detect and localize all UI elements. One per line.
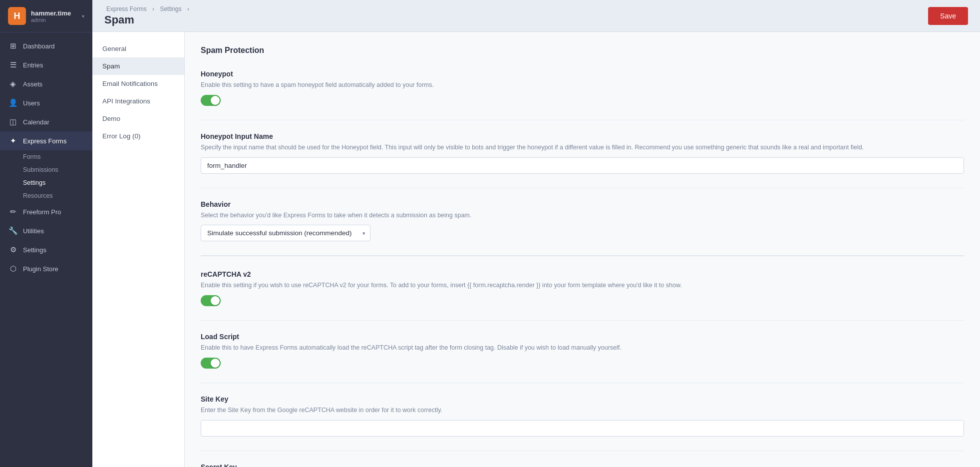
site-key-field[interactable] xyxy=(201,420,964,437)
sidebar-sub-item-forms[interactable]: Forms xyxy=(23,150,92,163)
sidebar-item-label: Express Forms xyxy=(23,137,66,145)
secret-key-group: Secret Key Enter the Secret Key from the… xyxy=(201,451,964,467)
behavior-select[interactable]: Simulate successful submission (recommen… xyxy=(201,225,370,241)
honeypot-label: Honeypot xyxy=(201,70,964,78)
save-button[interactable]: Save xyxy=(928,7,968,25)
site-key-label: Site Key xyxy=(201,395,964,403)
load-script-slider xyxy=(201,358,221,369)
behavior-select-wrap: Simulate successful submission (recommen… xyxy=(201,225,370,241)
plugin-store-icon: ⬡ xyxy=(8,264,18,274)
sidebar-item-label: Plugin Store xyxy=(23,265,58,273)
behavior-group: Behavior Select the behavior you'd like … xyxy=(201,188,964,242)
freeform-pro-icon: ✏ xyxy=(8,207,18,217)
sidebar-item-settings[interactable]: ⚙ Settings xyxy=(0,240,92,259)
topbar-left: Express Forms › Settings › Spam xyxy=(104,5,191,26)
sidebar-item-label: Calendar xyxy=(23,118,49,126)
sub-nav-general[interactable]: General xyxy=(92,40,184,57)
honeypot-input-name-label: Honeypot Input Name xyxy=(201,132,964,140)
honeypot-input-name-field[interactable] xyxy=(201,157,964,174)
sidebar-item-label: Settings xyxy=(23,246,46,254)
recaptcha-label: reCAPTCHA v2 xyxy=(201,270,964,278)
main-content: Spam Protection Honeypot Enable this set… xyxy=(185,32,980,467)
entries-icon: ☰ xyxy=(8,60,18,70)
brand-role: admin xyxy=(31,17,82,23)
brand-text: hammer.time admin xyxy=(31,9,82,23)
sidebar-item-express-forms[interactable]: ✦ Express Forms xyxy=(0,131,92,150)
honeypot-group: Honeypot Enable this setting to have a s… xyxy=(201,70,964,106)
utilities-icon: 🔧 xyxy=(8,226,18,236)
sidebar: H hammer.time admin ▾ ⊞ Dashboard ☰ Entr… xyxy=(0,0,92,467)
sub-nav-email-notifications[interactable]: Email Notifications xyxy=(92,75,184,92)
load-script-description: Enable this to have Express Forms automa… xyxy=(201,343,964,353)
breadcrumb-separator: › xyxy=(152,5,154,12)
calendar-icon: ◫ xyxy=(8,117,18,127)
sidebar-item-label: Utilities xyxy=(23,227,44,235)
sub-nav-spam[interactable]: Spam xyxy=(92,57,184,75)
secret-key-label: Secret Key xyxy=(201,463,964,467)
brand-header[interactable]: H hammer.time admin ▾ xyxy=(0,0,92,32)
breadcrumb-settings[interactable]: Settings xyxy=(160,5,181,12)
recaptcha-group: reCAPTCHA v2 Enable this setting if you … xyxy=(201,270,964,306)
sidebar-item-label: Freeform Pro xyxy=(23,208,61,216)
recaptcha-slider xyxy=(201,295,221,306)
honeypot-input-name-group: Honeypot Input Name Specify the input na… xyxy=(201,120,964,174)
site-key-group: Site Key Enter the Site Key from the Goo… xyxy=(201,383,964,437)
sidebar-item-plugin-store[interactable]: ⬡ Plugin Store xyxy=(0,259,92,278)
sidebar-sub-item-resources[interactable]: Resources xyxy=(23,189,92,202)
load-script-label: Load Script xyxy=(201,333,964,341)
page-title: Spam xyxy=(104,13,191,26)
sidebar-item-users[interactable]: 👤 Users xyxy=(0,93,92,112)
recaptcha-toggle[interactable] xyxy=(201,295,221,306)
honeypot-description: Enable this setting to have a spam honey… xyxy=(201,80,964,90)
behavior-description: Select the behavior you'd like Express F… xyxy=(201,211,964,220)
honeypot-slider xyxy=(201,95,221,106)
breadcrumb-express-forms[interactable]: Express Forms xyxy=(106,5,147,12)
honeypot-toggle[interactable] xyxy=(201,95,221,106)
settings-icon: ⚙ xyxy=(8,245,18,255)
sidebar-item-entries[interactable]: ☰ Entries xyxy=(0,55,92,74)
breadcrumb: Express Forms › Settings › xyxy=(104,5,191,12)
topbar: Express Forms › Settings › Spam Save xyxy=(92,0,980,32)
honeypot-toggle-wrap xyxy=(201,95,964,106)
load-script-group: Load Script Enable this to have Express … xyxy=(201,320,964,369)
content-area: General Spam Email Notifications API Int… xyxy=(92,32,980,467)
recaptcha-toggle-wrap xyxy=(201,295,964,306)
sidebar-item-freeform-pro[interactable]: ✏ Freeform Pro xyxy=(0,202,92,221)
assets-icon: ◈ xyxy=(8,79,18,89)
behavior-label: Behavior xyxy=(201,200,964,208)
load-script-toggle[interactable] xyxy=(201,358,221,369)
chevron-down-icon: ▾ xyxy=(82,13,84,19)
section-divider xyxy=(201,255,964,256)
sub-nav-error-log[interactable]: Error Log (0) xyxy=(92,127,184,145)
sub-nav-api-integrations[interactable]: API Integrations xyxy=(92,92,184,110)
section-title: Spam Protection xyxy=(201,46,964,60)
sidebar-item-assets[interactable]: ◈ Assets xyxy=(0,74,92,93)
sidebar-item-label: Dashboard xyxy=(23,42,55,50)
sidebar-sub-item-settings[interactable]: Settings xyxy=(23,176,92,189)
recaptcha-description: Enable this setting if you wish to use r… xyxy=(201,281,964,290)
express-forms-sub-nav: Forms Submissions Settings Resources xyxy=(0,150,92,202)
site-key-description: Enter the Site Key from the Google reCAP… xyxy=(201,406,964,415)
sidebar-item-utilities[interactable]: 🔧 Utilities xyxy=(0,221,92,240)
brand-logo: H xyxy=(8,7,26,25)
sub-nav-demo[interactable]: Demo xyxy=(92,110,184,127)
sidebar-item-label: Users xyxy=(23,99,40,107)
sidebar-item-label: Entries xyxy=(23,61,43,69)
dashboard-icon: ⊞ xyxy=(8,41,18,51)
brand-name: hammer.time xyxy=(31,9,82,17)
sidebar-item-dashboard[interactable]: ⊞ Dashboard xyxy=(0,36,92,55)
settings-sub-nav: General Spam Email Notifications API Int… xyxy=(92,32,185,467)
sidebar-item-label: Assets xyxy=(23,80,42,88)
sidebar-nav: ⊞ Dashboard ☰ Entries ◈ Assets 👤 Users ◫… xyxy=(0,32,92,467)
express-forms-icon: ✦ xyxy=(8,136,18,146)
honeypot-input-name-description: Specify the input name that should be us… xyxy=(201,143,964,152)
users-icon: 👤 xyxy=(8,98,18,108)
sidebar-item-calendar[interactable]: ◫ Calendar xyxy=(0,112,92,131)
main-panel: Express Forms › Settings › Spam Save Gen… xyxy=(92,0,980,467)
sidebar-sub-item-submissions[interactable]: Submissions xyxy=(23,163,92,176)
load-script-toggle-wrap xyxy=(201,358,964,369)
breadcrumb-separator2: › xyxy=(187,5,189,12)
